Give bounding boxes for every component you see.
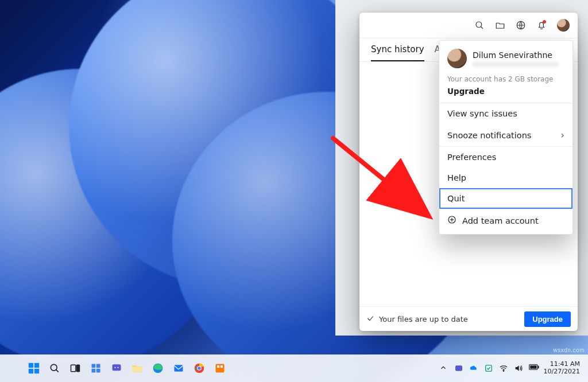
svg-point-0 — [476, 22, 482, 28]
avatar — [447, 49, 467, 68]
edge-button[interactable] — [149, 360, 167, 377]
svg-rect-19 — [96, 369, 100, 373]
svg-line-13 — [56, 370, 59, 372]
taskbar-right: 11:41 AM 10/27/2021 — [439, 361, 583, 375]
svg-point-21 — [114, 367, 115, 368]
svg-point-35 — [503, 371, 504, 371]
search-button[interactable] — [46, 360, 63, 377]
svg-rect-14 — [71, 365, 76, 372]
check-icon — [366, 314, 374, 324]
svg-point-29 — [198, 367, 201, 370]
svg-rect-30 — [216, 364, 225, 373]
svg-rect-17 — [96, 364, 100, 368]
start-button[interactable] — [25, 360, 42, 377]
tab-sync-history[interactable]: Sync history — [371, 44, 424, 61]
svg-rect-18 — [92, 369, 96, 373]
chat-button[interactable] — [108, 360, 125, 377]
teams-tray-icon[interactable] — [454, 364, 463, 373]
svg-rect-16 — [92, 364, 96, 368]
account-email-redacted — [473, 61, 559, 67]
app-button[interactable] — [211, 360, 229, 377]
storage-text: Your account has 2 GB storage — [439, 74, 572, 84]
clock-date: 10/27/2021 — [544, 368, 580, 376]
tray-overflow-icon[interactable] — [439, 364, 448, 373]
bell-icon[interactable] — [536, 20, 547, 30]
taskbar-clock[interactable]: 11:41 AM 10/27/2021 — [544, 361, 583, 375]
sync-status-text: Your files are up to date — [379, 315, 468, 323]
upgrade-link[interactable]: Upgrade — [439, 84, 572, 103]
avatar[interactable] — [557, 19, 570, 32]
dropbox-toolbar — [359, 13, 578, 38]
menu-item-help[interactable]: Help — [439, 167, 572, 188]
menu-label: Add team account — [462, 216, 539, 225]
menu-label: Quit — [447, 194, 465, 203]
svg-rect-20 — [113, 364, 121, 371]
menu-label: Snooze notifications — [447, 131, 531, 140]
account-name: Dilum Senevirathne — [473, 50, 559, 60]
svg-rect-11 — [34, 369, 39, 373]
svg-rect-23 — [133, 367, 142, 372]
svg-point-12 — [51, 364, 57, 371]
taskbar-center — [25, 360, 229, 377]
svg-rect-10 — [29, 369, 33, 373]
menu-label: View sync issues — [447, 109, 517, 118]
menu-item-quit[interactable]: Quit — [439, 188, 572, 209]
menu-item-add-team-account[interactable]: Add team account — [439, 209, 572, 232]
menu-item-preferences[interactable]: Preferences — [439, 146, 572, 167]
svg-rect-31 — [217, 365, 219, 368]
svg-rect-25 — [175, 365, 183, 372]
onedrive-tray-icon[interactable] — [469, 364, 478, 373]
upgrade-button[interactable]: Upgrade — [524, 311, 571, 327]
svg-point-22 — [117, 367, 118, 368]
globe-icon[interactable] — [516, 20, 526, 30]
account-header: Dilum Senevirathne — [439, 41, 572, 74]
svg-rect-34 — [485, 365, 492, 372]
chrome-button[interactable] — [191, 360, 208, 377]
svg-marker-36 — [515, 365, 519, 371]
menu-label: Preferences — [447, 153, 496, 162]
menu-label: Help — [447, 173, 466, 182]
notification-dot-icon — [543, 20, 546, 24]
menu-item-view-sync-issues[interactable]: View sync issues — [439, 103, 572, 124]
security-tray-icon[interactable] — [484, 364, 493, 373]
svg-rect-39 — [530, 365, 536, 369]
svg-line-1 — [481, 26, 483, 29]
plus-circle-icon — [447, 215, 457, 226]
wifi-icon[interactable] — [499, 364, 508, 373]
menu-item-snooze-notifications[interactable]: Snooze notifications› — [439, 124, 572, 146]
battery-icon[interactable] — [529, 364, 538, 373]
task-view-button[interactable] — [67, 360, 84, 377]
svg-rect-32 — [220, 365, 223, 368]
file-explorer-button[interactable] — [129, 360, 146, 377]
svg-rect-8 — [29, 363, 33, 368]
search-icon[interactable] — [474, 20, 485, 30]
widgets-button[interactable] — [87, 360, 105, 377]
svg-rect-9 — [34, 363, 39, 368]
volume-icon[interactable] — [514, 364, 523, 373]
watermark: wsxdn.com — [553, 347, 585, 353]
svg-rect-33 — [455, 365, 462, 371]
taskbar: 11:41 AM 10/27/2021 — [0, 354, 588, 382]
account-menu: Dilum Senevirathne Your account has 2 GB… — [439, 40, 573, 235]
svg-rect-38 — [537, 366, 539, 369]
dropbox-footer: Your files are up to date Upgrade — [359, 306, 578, 331]
svg-rect-15 — [77, 365, 80, 372]
mail-button[interactable] — [170, 360, 187, 377]
chevron-right-icon: › — [561, 130, 564, 141]
folder-icon[interactable] — [495, 20, 505, 30]
